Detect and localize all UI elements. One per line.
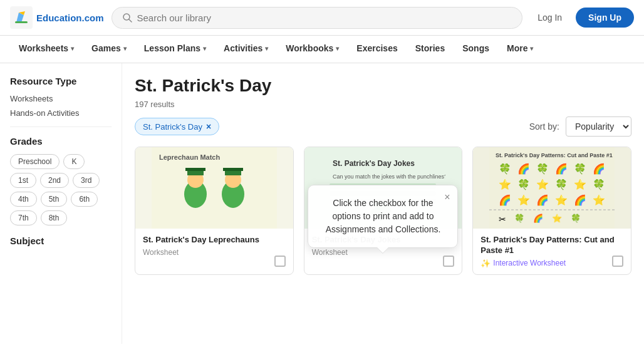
card-body-leprechauns: St. Patrick's Day Leprechauns Worksheet [135,229,293,263]
grade-2nd[interactable]: 2nd [40,173,69,188]
card-type-patterns: ✨ Interactive Worksheet [480,259,623,268]
card-checkbox-patterns[interactable] [612,256,623,267]
page-title: St. Patrick's Day [135,76,631,96]
leprechaun-illustration: Leprechaun Match [152,147,277,229]
grade-1st[interactable]: 1st [10,173,36,188]
card-checkbox-jokes[interactable] [443,256,454,267]
chevron-down-icon: ▾ [123,45,127,52]
nav-lesson-plans[interactable]: Lesson Plans ▾ [135,36,215,63]
sidebar-divider [10,127,112,127]
sparkle-icon: ✨ [480,259,491,268]
svg-text:🌈: 🌈 [574,194,586,206]
svg-text:✂: ✂ [499,214,506,224]
content-area: St. Patrick's Day 197 results St. Patric… [122,63,644,344]
svg-text:🌈: 🌈 [593,163,605,175]
card-patterns: St. Patrick's Day Patterns: Cut and Past… [472,147,631,275]
filter-chip-close[interactable]: × [206,122,211,132]
chevron-down-icon: ▾ [336,45,339,52]
svg-text:🍀: 🍀 [536,163,549,175]
svg-text:🍀: 🍀 [499,163,511,175]
sort-row: Sort by: Popularity Newest Oldest [529,116,631,137]
grade-7th[interactable]: 7th [10,210,37,225]
subject-title: Subject [10,235,112,246]
search-icon [122,13,132,23]
nav-workbooks[interactable]: Workbooks ▾ [277,36,348,63]
svg-rect-9 [185,168,205,171]
chevron-down-icon: ▾ [71,45,74,52]
svg-text:⭐: ⭐ [555,194,568,206]
card-body-patterns: St. Patrick's Day Patterns: Cut and Past… [473,229,631,274]
svg-text:St. Patrick's Day Jokes: St. Patrick's Day Jokes [333,159,415,168]
grade-4th[interactable]: 4th [10,192,37,207]
card-title-patterns: St. Patrick's Day Patterns: Cut and Past… [480,235,623,256]
nav-exercises[interactable]: Exercises [348,36,406,63]
grade-buttons: Preschool K 1st 2nd 3rd 4th 5th 6th 7th … [10,154,112,225]
svg-text:Can you match the jokes with t: Can you match the jokes with the punchli… [333,173,445,180]
sidebar-worksheets-link[interactable]: Worksheets [10,94,112,103]
nav-songs[interactable]: Songs [454,36,498,63]
logo-text: Education.com [36,13,104,23]
main-layout: Resource Type Worksheets Hands-on Activi… [0,63,644,344]
card-leprechauns: Leprechaun Match St. Patrick's Day Lepre… [135,147,294,275]
svg-text:🍀: 🍀 [517,178,530,190]
sort-select[interactable]: Popularity Newest Oldest [566,116,631,137]
svg-text:🍀: 🍀 [593,178,605,190]
card-type-leprechauns: Worksheet [143,248,286,257]
svg-text:⭐: ⭐ [499,178,511,190]
tooltip-overlay: × Click the checkbox for the options to … [308,185,458,248]
chevron-down-icon: ▾ [265,45,268,52]
header-actions: Log In Sign Up [530,8,634,28]
search-bar[interactable] [112,7,523,29]
svg-text:🍀: 🍀 [514,213,525,224]
login-button[interactable]: Log In [530,9,569,26]
svg-text:Leprechaun Match: Leprechaun Match [159,153,220,161]
header: Education.com Log In Sign Up [0,0,644,36]
chevron-down-icon: ▾ [203,45,206,52]
svg-text:🍀: 🍀 [571,213,581,224]
nav-stories[interactable]: Stories [407,36,454,63]
svg-text:🌈: 🌈 [555,163,568,175]
svg-text:⭐: ⭐ [574,178,586,190]
cards-grid: Leprechaun Match St. Patrick's Day Lepre… [135,147,631,275]
svg-text:⭐: ⭐ [552,213,563,224]
svg-text:🌈: 🌈 [533,213,544,224]
svg-text:🌈: 🌈 [499,194,511,206]
patterns-illustration: St. Patrick's Day Patterns: Cut and Past… [489,147,615,229]
svg-rect-1 [15,21,28,23]
logo[interactable]: Education.com [10,6,104,29]
search-input[interactable] [137,13,512,23]
card-checkbox-leprechauns[interactable] [274,256,286,267]
results-count: 197 results [135,100,631,109]
signup-button[interactable]: Sign Up [576,8,634,28]
sort-label: Sort by: [529,122,559,132]
nav-activities[interactable]: Activities ▾ [215,36,277,63]
grade-5th[interactable]: 5th [41,192,68,207]
sidebar: Resource Type Worksheets Hands-on Activi… [0,63,122,344]
svg-text:🍀: 🍀 [555,178,568,190]
svg-line-3 [129,19,132,22]
svg-text:🌈: 🌈 [536,194,549,206]
filter-chip-label: St. Patrick's Day [143,122,202,132]
svg-text:⭐: ⭐ [517,194,530,206]
svg-text:🌈: 🌈 [517,163,530,175]
nav-more[interactable]: More ▾ [498,36,542,63]
card-image-leprechauns: Leprechaun Match [135,147,293,229]
grade-8th[interactable]: 8th [41,210,68,225]
sidebar-hands-on-link[interactable]: Hands-on Activities [10,108,112,118]
card-title-leprechauns: St. Patrick's Day Leprechauns [143,235,286,246]
card-jokes: St. Patrick's Day Jokes Can you match th… [304,147,463,275]
grade-3rd[interactable]: 3rd [73,173,100,188]
nav-games[interactable]: Games ▾ [83,36,135,63]
tooltip-close-button[interactable]: × [444,192,450,203]
nav-worksheets[interactable]: Worksheets ▾ [10,36,83,63]
svg-text:⭐: ⭐ [536,178,549,190]
resource-type-title: Resource Type [10,76,112,86]
grade-preschool[interactable]: Preschool [10,154,60,169]
filters-row: St. Patrick's Day × Sort by: Popularity … [135,116,631,137]
svg-text:⭐: ⭐ [593,194,605,206]
grade-k[interactable]: K [63,154,85,169]
svg-text:🍀: 🍀 [574,163,586,175]
svg-rect-13 [223,168,243,171]
grade-6th[interactable]: 6th [71,192,98,207]
active-filter-chip[interactable]: St. Patrick's Day × [135,118,219,135]
